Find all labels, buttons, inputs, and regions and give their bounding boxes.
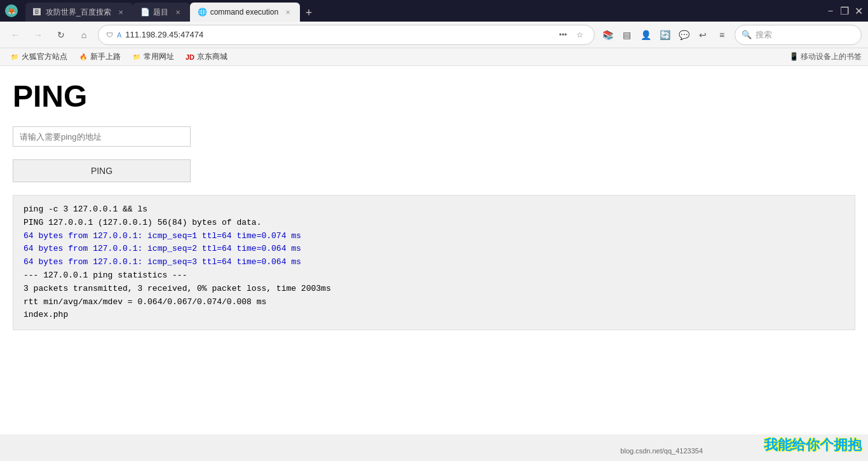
watermark-sub: blog.csdn.net/qq_4123354 [620, 447, 703, 455]
bookmark-newuser-icon: 🔥 [79, 53, 88, 62]
output-line: 3 packets transmitted, 3 received, 0% pa… [24, 283, 844, 296]
mobile-bookmark-icon: 📱 [789, 52, 799, 61]
bookmark-firefox-icon: 📁 [10, 53, 19, 62]
output-area: ping -c 3 127.0.0.1 && lsPING 127.0.0.1 … [13, 195, 855, 330]
address-actions: ••• ☆ [556, 28, 587, 42]
output-line: PING 127.0.0.1 (127.0.0.1) 56(84) bytes … [24, 217, 844, 230]
mobile-bookmarks[interactable]: 📱 移动设备上的书签 [789, 51, 862, 62]
output-line: rtt min/avg/max/mdev = 0.064/0.067/0.074… [24, 296, 844, 309]
library-icon[interactable]: 📚 [600, 27, 615, 43]
bookmark-newuser-label: 新手上路 [90, 51, 121, 62]
sync-icon[interactable]: 🔄 [657, 27, 672, 43]
tab1-label: 攻防世界_百度搜索 [46, 7, 111, 18]
title-bar: 🦊 🅱 攻防世界_百度搜索 ✕ 📄 题目 ✕ 🌐 command executi… [0, 0, 868, 22]
tab1-close-icon[interactable]: ✕ [116, 8, 125, 17]
bookmark-jd-icon: JD [186, 53, 194, 62]
tab3-close-icon[interactable]: ✕ [283, 8, 292, 17]
tab3-favicon: 🌐 [198, 8, 207, 17]
bookmark-firefox-label: 火狐官方站点 [22, 51, 67, 62]
page-title: PING [13, 79, 855, 114]
window-controls: － ❐ ✕ [826, 6, 863, 15]
search-icon: 🔍 [742, 30, 752, 39]
maximize-button[interactable]: ❐ [840, 6, 849, 15]
output-line: 64 bytes from 127.0.0.1: icmp_seq=1 ttl=… [24, 230, 844, 243]
output-line: ping -c 3 127.0.0.1 && ls [24, 203, 844, 217]
tab-3[interactable]: 🌐 command execution ✕ [190, 3, 300, 22]
refresh-button[interactable]: ↻ [52, 26, 70, 44]
search-placeholder: 搜索 [756, 29, 772, 41]
new-tab-button[interactable]: + [300, 4, 318, 22]
bookmark-firefox[interactable]: 📁 火狐官方站点 [6, 50, 71, 63]
browser-icon-area: 🦊 [5, 4, 18, 17]
toolbar-icons: 📚 ▤ 👤 🔄 💬 ↩ ≡ [600, 27, 729, 43]
sidebar-icon[interactable]: ▤ [619, 27, 634, 43]
ping-input[interactable] [13, 126, 191, 147]
output-line: 64 bytes from 127.0.0.1: icmp_seq=3 ttl=… [24, 256, 844, 269]
menu-icon[interactable]: ≡ [714, 27, 729, 43]
shield-icon: 🛡 [106, 31, 113, 39]
tab-1[interactable]: 🅱 攻防世界_百度搜索 ✕ [25, 3, 133, 22]
bookmark-jd-label: 京东商城 [197, 51, 227, 62]
bookmark-common[interactable]: 📁 常用网址 [128, 50, 178, 63]
minimize-button[interactable]: － [826, 6, 835, 15]
address-text: 111.198.29.45:47474 [125, 30, 552, 39]
forward-button[interactable]: → [29, 26, 47, 44]
firefox-icon: 🦊 [5, 4, 18, 17]
tab2-close-icon[interactable]: ✕ [173, 8, 182, 17]
tab3-label: command execution [210, 8, 278, 17]
output-line: 64 bytes from 127.0.0.1: icmp_seq=2 ttl=… [24, 243, 844, 256]
bookmark-icon[interactable]: ☆ [573, 28, 587, 42]
bookmark-common-icon: 📁 [132, 53, 141, 62]
watermark-text: 我能给你个拥抱 [764, 436, 862, 455]
home-button[interactable]: ⌂ [75, 26, 93, 44]
tab-group: 🅱 攻防世界_百度搜索 ✕ 📄 题目 ✕ 🌐 command execution… [25, 0, 824, 22]
output-line: --- 127.0.0.1 ping statistics --- [24, 269, 844, 283]
bookmarks-bar: 📁 火狐官方站点 🔥 新手上路 📁 常用网址 JD 京东商城 📱 移动设备上的书… [0, 48, 868, 66]
output-line: index.php [24, 309, 844, 322]
address-more-icon[interactable]: ••• [556, 28, 570, 42]
bookmark-common-label: 常用网址 [144, 51, 174, 62]
bookmark-newuser[interactable]: 🔥 新手上路 [75, 50, 125, 63]
close-button[interactable]: ✕ [854, 6, 863, 15]
account-icon[interactable]: 👤 [638, 27, 653, 43]
ping-button[interactable]: PING [13, 159, 191, 182]
tab2-favicon: 📄 [140, 8, 149, 17]
nav-bar: ← → ↻ ⌂ 🛡 A 111.198.29.45:47474 ••• ☆ 📚 … [0, 22, 868, 48]
translate-icon: A [117, 31, 121, 39]
tab2-label: 题目 [153, 7, 168, 18]
search-bar[interactable]: 🔍 搜索 [735, 25, 862, 45]
address-bar[interactable]: 🛡 A 111.198.29.45:47474 ••• ☆ [98, 25, 595, 45]
history-icon[interactable]: ↩ [695, 27, 710, 43]
bookmark-jd[interactable]: JD 京东商城 [182, 50, 231, 63]
page-content: PING PING ping -c 3 127.0.0.1 && lsPING … [0, 66, 868, 434]
back-button[interactable]: ← [6, 26, 24, 44]
tab-2[interactable]: 📄 题目 ✕ [133, 3, 190, 22]
chat-icon[interactable]: 💬 [676, 27, 691, 43]
tab1-favicon: 🅱 [33, 8, 42, 17]
mobile-bookmark-label: 移动设备上的书签 [801, 52, 862, 61]
